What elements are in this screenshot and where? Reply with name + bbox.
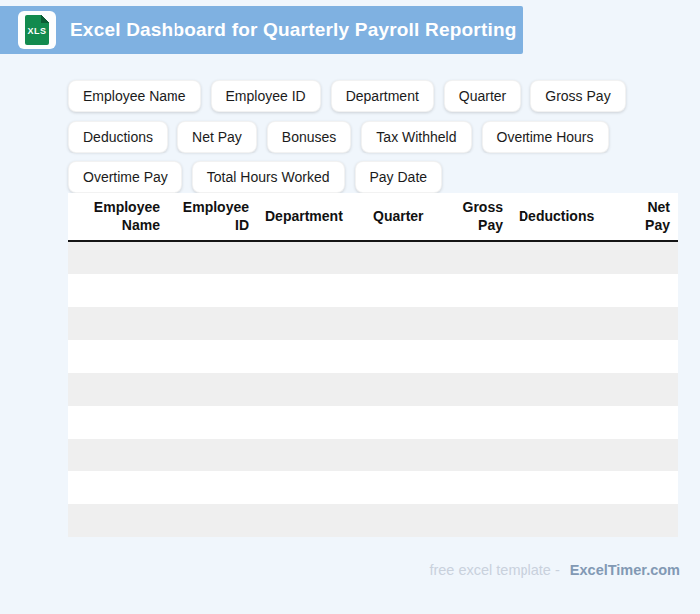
table-cell-empty xyxy=(439,406,511,439)
column-header-gross-pay: Gross Pay xyxy=(439,193,511,241)
table-cell-empty xyxy=(365,307,439,340)
table-cell-empty xyxy=(68,373,168,406)
table-cell-empty xyxy=(618,274,678,307)
table-body xyxy=(68,241,678,537)
table-cell-empty xyxy=(511,471,618,504)
table-row xyxy=(68,274,678,307)
table-cell-empty xyxy=(511,307,618,340)
table-row xyxy=(68,307,678,340)
table-cell-empty xyxy=(257,406,365,439)
excel-document-glyph: XLS xyxy=(25,15,49,45)
table-cell-empty xyxy=(439,373,511,406)
table-cell-empty xyxy=(168,439,257,471)
table-cell-empty xyxy=(168,406,257,439)
table-cell-empty xyxy=(68,439,168,471)
column-header-employee-id: Employee ID xyxy=(168,193,257,241)
chip-tax-withheld[interactable]: Tax Withheld xyxy=(361,121,471,153)
column-header-department: Department xyxy=(257,193,365,241)
table-header: Employee NameEmployee IDDepartmentQuarte… xyxy=(68,193,678,241)
table-cell-empty xyxy=(618,471,678,504)
chip-overtime-pay[interactable]: Overtime Pay xyxy=(68,161,182,193)
table-header-row: Employee NameEmployee IDDepartmentQuarte… xyxy=(68,193,678,241)
table-cell-empty xyxy=(618,504,678,537)
table-cell-empty xyxy=(365,274,439,307)
table-cell-empty xyxy=(618,241,678,274)
chip-gross-pay[interactable]: Gross Pay xyxy=(530,80,625,112)
table-cell-empty xyxy=(439,274,511,307)
table-cell-empty xyxy=(439,439,511,471)
column-header-net-pay: Net Pay xyxy=(618,193,678,241)
table-cell-empty xyxy=(168,373,257,406)
table-row xyxy=(68,439,678,471)
table-cell-empty xyxy=(618,373,678,406)
table-cell-empty xyxy=(168,307,257,340)
column-header-deductions: Deductions xyxy=(511,193,618,241)
xls-icon-label: XLS xyxy=(27,26,46,36)
table-cell-empty xyxy=(365,471,439,504)
folded-corner xyxy=(41,15,49,23)
table-cell-empty xyxy=(168,241,257,274)
table-cell-empty xyxy=(511,406,618,439)
chip-overtime-hours[interactable]: Overtime Hours xyxy=(482,121,609,153)
table-cell-empty xyxy=(68,307,168,340)
chip-department[interactable]: Department xyxy=(331,80,434,112)
chip-pay-date[interactable]: Pay Date xyxy=(355,161,443,193)
footer-text: free excel template - xyxy=(429,562,559,578)
table-row xyxy=(68,241,678,274)
table-cell-empty xyxy=(257,504,365,537)
table-cell-empty xyxy=(365,373,439,406)
table-cell-empty xyxy=(257,439,365,471)
chip-quarter[interactable]: Quarter xyxy=(444,80,521,112)
table-cell-empty xyxy=(439,340,511,373)
chip-net-pay[interactable]: Net Pay xyxy=(177,121,257,153)
table-cell-empty xyxy=(257,471,365,504)
table-cell-empty xyxy=(257,340,365,373)
page-title: Excel Dashboard for Quarterly Payroll Re… xyxy=(70,19,517,41)
chip-bonuses[interactable]: Bonuses xyxy=(267,121,351,153)
table-cell-empty xyxy=(511,274,618,307)
table-cell-empty xyxy=(365,241,439,274)
table-cell-empty xyxy=(511,241,618,274)
chip-total-hours-worked[interactable]: Total Hours Worked xyxy=(192,161,345,193)
payroll-data-table: Employee NameEmployee IDDepartmentQuarte… xyxy=(68,193,678,537)
table-cell-empty xyxy=(511,340,618,373)
footer-brand-link[interactable]: ExcelTimer.com xyxy=(570,562,680,578)
table-row xyxy=(68,406,678,439)
table-cell-empty xyxy=(439,307,511,340)
table-cell-empty xyxy=(365,504,439,537)
table-cell-empty xyxy=(511,373,618,406)
table-cell-empty xyxy=(68,406,168,439)
table-cell-empty xyxy=(365,406,439,439)
table-cell-empty xyxy=(511,504,618,537)
table-cell-empty xyxy=(439,504,511,537)
table-row xyxy=(68,373,678,406)
column-header-quarter: Quarter xyxy=(365,193,439,241)
payroll-table: Employee NameEmployee IDDepartmentQuarte… xyxy=(68,193,678,537)
table-cell-empty xyxy=(168,340,257,373)
table-cell-empty xyxy=(618,439,678,471)
table-cell-empty xyxy=(618,307,678,340)
table-cell-empty xyxy=(365,439,439,471)
footer: free excel template - ExcelTimer.com xyxy=(0,562,680,578)
column-header-employee-name: Employee Name xyxy=(68,193,168,241)
chip-deductions[interactable]: Deductions xyxy=(68,121,168,153)
table-cell-empty xyxy=(68,241,168,274)
table-cell-empty xyxy=(511,439,618,471)
app-header-banner: XLS Excel Dashboard for Quarterly Payrol… xyxy=(0,6,523,54)
table-cell-empty xyxy=(68,340,168,373)
table-cell-empty xyxy=(68,471,168,504)
chip-employee-name[interactable]: Employee Name xyxy=(68,80,201,112)
table-cell-empty xyxy=(618,340,678,373)
xls-file-icon: XLS xyxy=(18,11,56,49)
table-cell-empty xyxy=(168,274,257,307)
table-row xyxy=(68,471,678,504)
table-row xyxy=(68,340,678,373)
table-cell-empty xyxy=(257,241,365,274)
chip-employee-id[interactable]: Employee ID xyxy=(211,80,321,112)
table-cell-empty xyxy=(618,406,678,439)
field-chip-list: Employee NameEmployee IDDepartmentQuarte… xyxy=(68,80,700,193)
table-cell-empty xyxy=(257,274,365,307)
table-cell-empty xyxy=(365,340,439,373)
table-cell-empty xyxy=(439,471,511,504)
table-cell-empty xyxy=(68,504,168,537)
